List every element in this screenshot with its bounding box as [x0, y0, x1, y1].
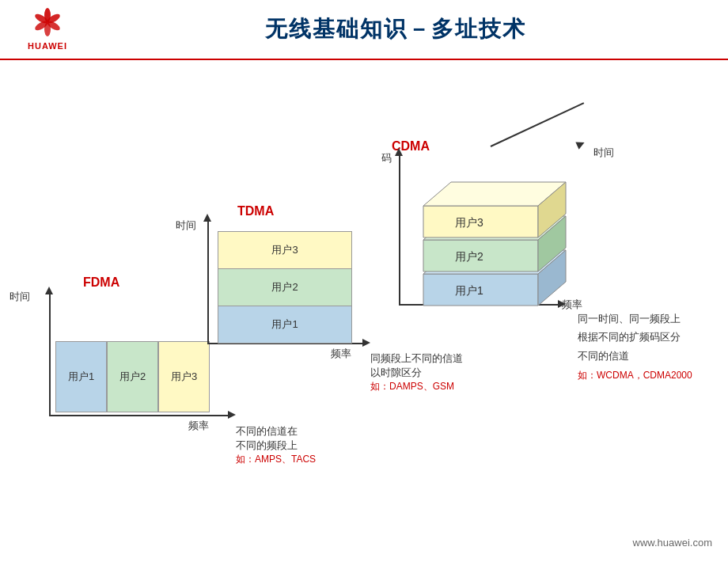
- tdma-description-3: 如：DAMPS、GSM: [370, 380, 454, 393]
- cdma-description-4: 如：WCDMA，CDMA2000: [578, 369, 692, 382]
- tdma-description-1: 同频段上不同的信道: [370, 351, 463, 366]
- brand-name: HUAWEI: [28, 41, 67, 51]
- header: HUAWEI 无线基础知识－多址技术: [0, 0, 728, 60]
- fdma-x-arrow-icon: [228, 411, 236, 419]
- fdma-description-1: 不同的信道在: [236, 424, 298, 439]
- tdma-user2-bar: 用户2: [218, 268, 352, 306]
- footer-url: www.huawei.com: [633, 537, 712, 549]
- huawei-logo-icon: [26, 8, 70, 40]
- fdma-time-axis-label: 时间: [9, 290, 30, 304]
- tdma-freq-label: 频率: [331, 347, 351, 361]
- cdma-time-arrow-icon: [575, 139, 586, 149]
- main-content: 时间 FDMA 用户1 用户2 用户3 频率 不同的信道在 不同的频段上 如：A…: [0, 60, 728, 555]
- logo-area: HUAWEI: [16, 8, 79, 51]
- tdma-y-axis: [207, 217, 209, 344]
- tdma-user1-bar: 用户1: [218, 306, 352, 344]
- cdma-3d-diagram: [400, 151, 582, 309]
- fdma-freq-label: 频率: [188, 419, 209, 433]
- fdma-section-title: FDMA: [83, 275, 119, 290]
- cdma-time-axis: [491, 102, 585, 147]
- fdma-y-axis: [49, 290, 51, 416]
- cdma-desc-line1: 同一时间、同一频段上: [578, 309, 681, 328]
- tdma-x-arrow-icon: [362, 339, 370, 347]
- tdma-section-title: TDMA: [237, 204, 274, 218]
- fdma-description-2: 不同的频段上: [236, 439, 298, 453]
- page-title: 无线基础知识－多址技术: [79, 14, 712, 44]
- fdma-user1-bar: 用户1: [55, 341, 107, 412]
- cdma-code-axis-label: 码: [381, 151, 392, 165]
- cdma-desc-line2: 根据不同的扩频码区分: [578, 328, 681, 346]
- cdma-user3-label: 用户3: [455, 216, 483, 230]
- cdma-user1-label: 用户1: [455, 284, 483, 298]
- fdma-x-axis: [49, 415, 231, 416]
- fdma-user2-bar: 用户2: [107, 341, 158, 412]
- tdma-user3-bar: 用户3: [218, 231, 352, 269]
- cdma-user2-label: 用户2: [455, 250, 483, 264]
- cdma-desc-line3: 不同的信道: [578, 347, 681, 365]
- cdma-time-axis-label: 时间: [593, 146, 614, 160]
- tdma-description-2: 以时隙区分: [370, 366, 422, 380]
- fdma-description-3: 如：AMPS、TACS: [236, 453, 316, 466]
- tdma-time-axis-label: 时间: [176, 218, 196, 233]
- fdma-user3-bar: 用户3: [158, 341, 210, 412]
- cdma-description-1: 同一时间、同一频段上 根据不同的扩频码区分 不同的信道: [578, 309, 681, 365]
